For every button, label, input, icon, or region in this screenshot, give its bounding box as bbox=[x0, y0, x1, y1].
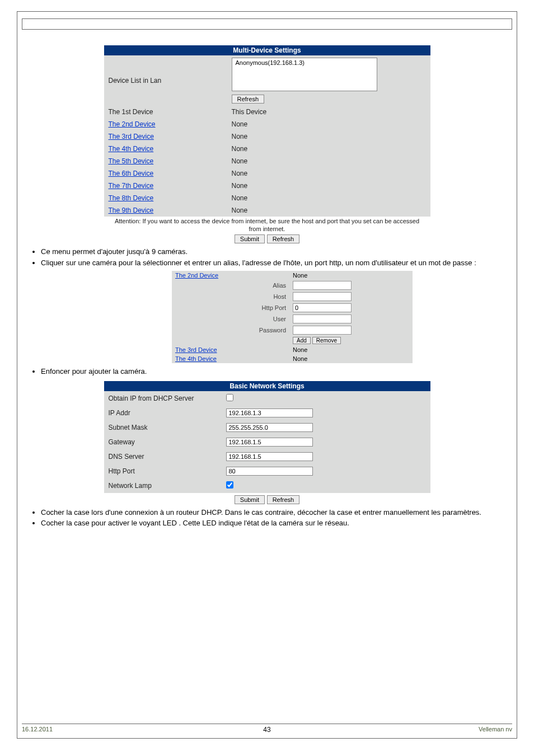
host-input[interactable] bbox=[293, 292, 352, 301]
lamp-checkbox[interactable] bbox=[226, 481, 233, 489]
footer-company: Velleman nv bbox=[479, 726, 512, 732]
instruction-list-2: Enfoncer pour ajouter la caméra. bbox=[41, 367, 512, 377]
ipaddr-label: IP Addr bbox=[104, 406, 222, 420]
multi-refresh-button[interactable]: Refresh bbox=[267, 234, 300, 243]
device-2-value: None bbox=[227, 118, 430, 130]
multi-device-table: Device List in Lan Anonymous(192.168.1.3… bbox=[104, 55, 430, 217]
lamp-label: Network Lamp bbox=[104, 478, 222, 493]
device-3-link[interactable]: The 3rd Device bbox=[109, 133, 154, 140]
gateway-label: Gateway bbox=[104, 435, 222, 449]
multi-submit-button[interactable]: Submit bbox=[235, 234, 265, 243]
device-5-link[interactable]: The 5th Device bbox=[109, 157, 154, 165]
header-box bbox=[22, 18, 512, 30]
multi-device-title: Multi-Device Settings bbox=[104, 45, 430, 55]
password-label: Password bbox=[172, 325, 289, 336]
gateway-input[interactable] bbox=[226, 438, 313, 447]
device-6-value: None bbox=[227, 167, 430, 180]
device-6-link[interactable]: The 6th Device bbox=[109, 170, 154, 177]
refresh-device-list-button[interactable]: Refresh bbox=[232, 95, 265, 104]
remove-button[interactable]: Remove bbox=[312, 337, 341, 344]
instr-3a: Cocher la case lors d'une connexion à un… bbox=[41, 508, 512, 518]
password-input[interactable] bbox=[293, 326, 352, 335]
device-8-value: None bbox=[227, 192, 430, 204]
instr-1a: Ce menu permet d'ajouter jusqu'à 9 camér… bbox=[41, 247, 512, 257]
edit-row-2-val: None bbox=[289, 271, 413, 280]
edit-row-2-link[interactable]: The 2nd Device bbox=[175, 272, 218, 279]
device-list-item[interactable]: Anonymous(192.168.1.3) bbox=[236, 59, 305, 66]
device-7-link[interactable]: The 7th Device bbox=[109, 182, 154, 190]
footer-page: 43 bbox=[263, 726, 270, 734]
net-httpport-input[interactable] bbox=[226, 467, 313, 476]
network-refresh-button[interactable]: Refresh bbox=[267, 495, 300, 504]
alias-input[interactable] bbox=[293, 281, 352, 290]
ipaddr-input[interactable] bbox=[226, 408, 313, 417]
device-list-cell: Anonymous(192.168.1.3) Refresh bbox=[227, 55, 430, 106]
httpport-input[interactable] bbox=[293, 303, 352, 312]
httpport-label: Http Port bbox=[172, 302, 289, 313]
device-1-value: This Device bbox=[227, 106, 430, 118]
subnet-input[interactable] bbox=[226, 423, 313, 432]
user-input[interactable] bbox=[293, 314, 352, 323]
device-7-value: None bbox=[227, 180, 430, 192]
dhcp-checkbox[interactable] bbox=[226, 394, 233, 401]
network-submit-button[interactable]: Submit bbox=[235, 495, 265, 504]
subnet-label: Subnet Mask bbox=[104, 420, 222, 435]
device-1-label: The 1st Device bbox=[104, 106, 227, 118]
instr-2a: Enfoncer pour ajouter la caméra. bbox=[41, 367, 512, 377]
device-2-link[interactable]: The 2nd Device bbox=[109, 120, 156, 128]
instr-1b: Cliquer sur une caméra pour la sélection… bbox=[41, 258, 512, 268]
device-5-value: None bbox=[227, 155, 430, 167]
device-list-box[interactable]: Anonymous(192.168.1.3) bbox=[232, 58, 377, 91]
instr-3b: Cocher la case pour activer le voyant LE… bbox=[41, 518, 512, 528]
dns-input[interactable] bbox=[226, 452, 313, 461]
page-footer: 16.12.2011 43 Velleman nv bbox=[22, 724, 512, 732]
device-3-value: None bbox=[227, 130, 430, 143]
device-8-link[interactable]: The 8th Device bbox=[109, 194, 154, 202]
device-list-label: Device List in Lan bbox=[104, 55, 227, 106]
attention-line2: from internet. bbox=[104, 226, 430, 232]
network-title: Basic Network Settings bbox=[104, 381, 430, 391]
device-9-value: None bbox=[227, 204, 430, 217]
user-label: User bbox=[172, 313, 289, 325]
edit-row-4-link[interactable]: The 4th Device bbox=[175, 355, 217, 362]
attention-line1: Attention: If you want to access the dev… bbox=[104, 218, 430, 224]
device-4-link[interactable]: The 4th Device bbox=[109, 145, 154, 153]
instruction-list-3: Cocher la case lors d'une connexion à un… bbox=[41, 508, 512, 528]
instruction-list-1: Ce menu permet d'ajouter jusqu'à 9 camér… bbox=[41, 247, 512, 267]
dhcp-label: Obtain IP from DHCP Server bbox=[104, 391, 222, 406]
host-label: Host bbox=[172, 291, 289, 302]
net-httpport-label: Http Port bbox=[104, 464, 222, 478]
edit-device-panel: The 2nd DeviceNone Alias Host Http Port … bbox=[172, 271, 413, 363]
network-panel: Basic Network Settings Obtain IP from DH… bbox=[104, 381, 430, 504]
add-button[interactable]: Add bbox=[293, 337, 311, 344]
multi-device-panel: Multi-Device Settings Device List in Lan… bbox=[104, 45, 430, 243]
device-4-value: None bbox=[227, 143, 430, 155]
edit-row-3-link[interactable]: The 3rd Device bbox=[175, 346, 217, 353]
device-9-link[interactable]: The 9th Device bbox=[109, 206, 154, 214]
alias-label: Alias bbox=[172, 280, 289, 291]
dns-label: DNS Server bbox=[104, 449, 222, 464]
edit-row-4-val: None bbox=[289, 354, 413, 363]
footer-date: 16.12.2011 bbox=[22, 726, 53, 732]
edit-row-3-val: None bbox=[289, 345, 413, 354]
